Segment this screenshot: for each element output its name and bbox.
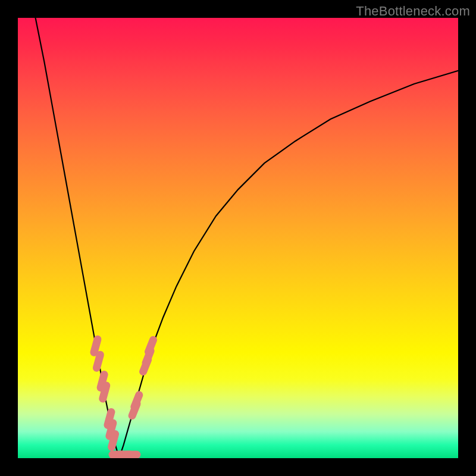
marker-1	[96, 355, 100, 368]
marker-6	[112, 434, 115, 447]
marker-11	[134, 395, 139, 407]
marker-14	[148, 340, 153, 352]
curve-layer	[18, 18, 458, 458]
series-right-branch	[119, 71, 458, 458]
marker-3	[103, 386, 107, 399]
bottleneck-curve	[36, 18, 458, 458]
data-markers	[94, 339, 153, 455]
marker-0	[94, 339, 98, 352]
watermark-text: TheBottleneck.com	[356, 4, 470, 19]
plot-area	[18, 18, 458, 458]
chart-frame: TheBottleneck.com	[0, 0, 476, 476]
